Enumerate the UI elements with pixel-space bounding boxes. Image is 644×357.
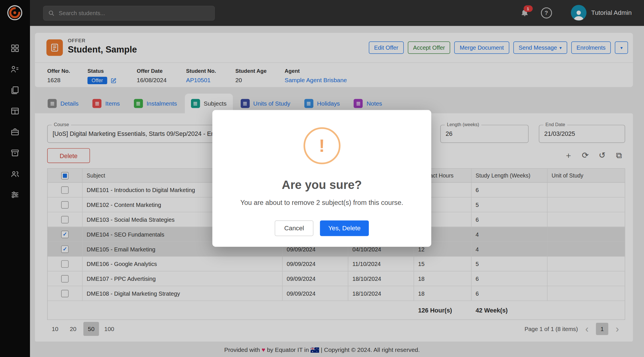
dialog-title: Are you sure?: [212, 178, 431, 191]
app: 1 ? Tutorial Admin: [0, 0, 644, 357]
dialog-message: You are about to remove 2 subject(s) fro…: [221, 199, 423, 206]
confirm-delete-button[interactable]: Yes, Delete: [320, 221, 369, 236]
confirm-dialog: ! Are you sure? You are about to remove …: [212, 110, 431, 247]
warning-icon: !: [303, 127, 340, 164]
exclamation-icon: !: [319, 137, 325, 155]
cancel-button[interactable]: Cancel: [275, 221, 314, 236]
